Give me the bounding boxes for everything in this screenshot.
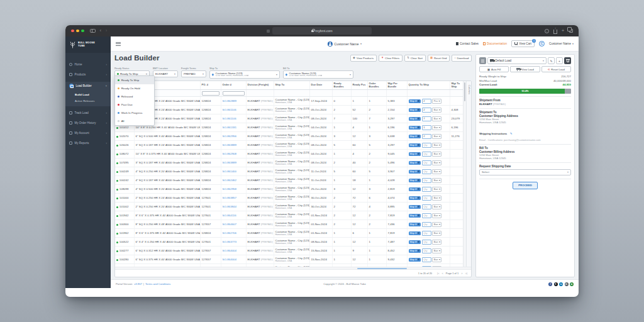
column-header-ship-to[interactable]: Ship To bbox=[274, 81, 309, 90]
customer-selector[interactable]: Customer Name ▾ bbox=[328, 42, 362, 47]
qty-input[interactable] bbox=[422, 231, 431, 236]
status-option-all[interactable]: All bbox=[115, 117, 154, 125]
qty-input[interactable] bbox=[422, 116, 431, 121]
unit-select[interactable]: Bun▾ bbox=[432, 178, 441, 184]
ship-it-button[interactable]: Ship It! bbox=[409, 108, 421, 112]
ship-it-button[interactable]: Ship It! bbox=[409, 187, 421, 191]
load-select[interactable]: Default Load ▾ bbox=[487, 57, 547, 64]
unit-select[interactable]: Bun▾ bbox=[432, 125, 441, 131]
qty-input[interactable] bbox=[422, 204, 431, 209]
sidebar-item-build-load[interactable]: Build Load bbox=[75, 91, 111, 97]
downloads-icon[interactable]: ↓ bbox=[545, 29, 549, 33]
sidebar-item-active-releases[interactable]: Active Releases bbox=[75, 97, 111, 104]
sidebar-item-track-load[interactable]: Track Load› bbox=[65, 109, 111, 117]
status-option-ready-to-ship[interactable]: Ready To Ship bbox=[115, 76, 154, 84]
email-icon[interactable]: ✉ bbox=[565, 282, 569, 286]
avatar[interactable]: C bbox=[539, 41, 545, 47]
order-link[interactable]: SO-862908 bbox=[223, 152, 236, 155]
unit-select[interactable]: Bun▾ bbox=[432, 160, 441, 166]
bmt-logo[interactable]: BULL MOOSE TUBE bbox=[65, 36, 111, 53]
order-link[interactable]: SO-863857 bbox=[223, 196, 236, 199]
ship-it-button[interactable]: Ship It! bbox=[409, 223, 421, 226]
load-menu-button[interactable] bbox=[479, 57, 486, 64]
qty-input[interactable] bbox=[422, 160, 431, 165]
order-link[interactable]: SO-863889 bbox=[223, 161, 236, 164]
qty-input[interactable] bbox=[422, 196, 431, 201]
order-link[interactable]: SO-861400 bbox=[223, 170, 236, 173]
reset-load-button[interactable]: ⟲Reset Load bbox=[541, 66, 571, 72]
ship-it-button[interactable]: Ship It! bbox=[409, 179, 421, 182]
sidebar-item-my-order-history[interactable]: My Order History› bbox=[65, 119, 111, 127]
unit-select[interactable]: Bun▾ bbox=[432, 213, 441, 219]
unit-select[interactable]: Bun▾ bbox=[432, 222, 441, 228]
ship-it-button[interactable]: Ship It! bbox=[409, 249, 421, 253]
sidebar-item-products[interactable]: Products› bbox=[65, 70, 111, 79]
qty-input[interactable] bbox=[422, 108, 431, 113]
ship-it-button[interactable]: Ship It! bbox=[409, 240, 421, 244]
order-link[interactable]: SO-863889 bbox=[223, 143, 236, 147]
qty-input[interactable] bbox=[422, 143, 431, 148]
ship-it-button[interactable]: Ship It! bbox=[409, 196, 421, 200]
download-button[interactable]: ↓Download bbox=[452, 55, 472, 62]
user-menu[interactable]: Customer Name ▾ bbox=[549, 42, 574, 45]
ship-it-button[interactable]: Ship It! bbox=[409, 135, 421, 138]
reset-grid-button[interactable]: ▦Reset Grid bbox=[428, 55, 450, 62]
qty-input[interactable] bbox=[422, 248, 431, 253]
order-link[interactable]: SO-862958 bbox=[223, 187, 236, 191]
x-icon[interactable]: X bbox=[554, 282, 558, 286]
request-shipping-date-select[interactable]: Select ▾ bbox=[479, 169, 571, 175]
qty-input[interactable] bbox=[422, 134, 431, 139]
unit-select[interactable]: Bun▾ bbox=[432, 143, 441, 148]
browser-back-icon[interactable]: ‹ bbox=[100, 29, 101, 33]
qty-input[interactable] bbox=[422, 257, 431, 262]
terms-link[interactable]: Terms and Conditions bbox=[145, 282, 171, 286]
ship-to-select[interactable]: Customer Name (123) 1234 Main Street, Ho… bbox=[209, 70, 280, 79]
qty-input[interactable] bbox=[422, 222, 431, 227]
order-link[interactable]: SO-861106 bbox=[223, 108, 236, 111]
extension-icon[interactable] bbox=[267, 30, 270, 33]
qty-input[interactable] bbox=[422, 169, 431, 174]
po-filter-input[interactable] bbox=[202, 91, 219, 96]
unit-select[interactable]: Bun▾ bbox=[432, 196, 441, 201]
ship-it-button[interactable]: Ship It! bbox=[409, 161, 421, 165]
delete-load-button[interactable] bbox=[564, 57, 571, 64]
ship-it-button[interactable]: Ship It! bbox=[409, 152, 421, 156]
sidebar-item-my-account[interactable]: My Account› bbox=[65, 129, 111, 137]
column-header-order[interactable]: Order # bbox=[221, 81, 246, 90]
sidebar-item-load-builder[interactable]: Load Builder▾ bbox=[65, 82, 111, 90]
unit-select[interactable]: Bun▾ bbox=[432, 231, 441, 236]
order-link[interactable]: SO-861331 bbox=[223, 126, 236, 129]
menu-toggle-icon[interactable] bbox=[116, 42, 121, 46]
order-filter-input[interactable] bbox=[223, 91, 245, 96]
status-option-released[interactable]: Released bbox=[115, 92, 154, 101]
order-link[interactable]: SO-864116 bbox=[223, 214, 236, 217]
qty-input[interactable] bbox=[422, 240, 431, 245]
ship-it-button[interactable]: Ship It! bbox=[409, 170, 421, 174]
first-page-button[interactable]: |< bbox=[437, 272, 439, 275]
share-icon[interactable] bbox=[553, 30, 557, 34]
column-header-division-freight[interactable]: Division (Freight) bbox=[246, 81, 274, 90]
close-window-button[interactable] bbox=[71, 30, 74, 33]
bmt-location-select[interactable]: ELKHART ▾ bbox=[153, 70, 178, 77]
proceed-button[interactable]: PROCEED bbox=[513, 182, 538, 189]
view-products-button[interactable]: ◉View Products bbox=[350, 55, 377, 62]
qty-input[interactable] bbox=[422, 125, 431, 130]
columns-panel-tab[interactable]: Columns bbox=[466, 81, 471, 267]
prev-page-button[interactable]: < bbox=[441, 272, 443, 275]
order-link[interactable]: SO-862889 bbox=[223, 99, 236, 103]
ship-it-button[interactable]: Ship It! bbox=[409, 117, 421, 121]
last-page-button[interactable]: >| bbox=[465, 272, 467, 275]
order-link[interactable]: SO-864607 bbox=[223, 223, 236, 226]
browser-sidebar-icon[interactable] bbox=[90, 29, 96, 33]
column-header-ready-pcs[interactable]: Ready Pcs bbox=[351, 81, 367, 90]
globe-icon[interactable]: ⊕ bbox=[570, 282, 574, 286]
qty-input[interactable] bbox=[422, 152, 431, 157]
qty-input[interactable] bbox=[422, 178, 431, 183]
ship-it-button[interactable]: Ship It! bbox=[409, 205, 421, 209]
column-header-quantity-to-ship[interactable]: Quantity To Ship bbox=[407, 81, 450, 90]
status-option-ready-on-hold[interactable]: Ready On Hold bbox=[115, 84, 154, 92]
contact-sales-link[interactable]: Contact Sales bbox=[456, 42, 479, 45]
freight-terms-select[interactable]: PREPAID ▾ bbox=[181, 70, 206, 77]
facebook-icon[interactable]: f bbox=[548, 282, 552, 286]
column-header-wgt-per-bundle[interactable]: Wgt Per Bundle bbox=[386, 81, 407, 90]
